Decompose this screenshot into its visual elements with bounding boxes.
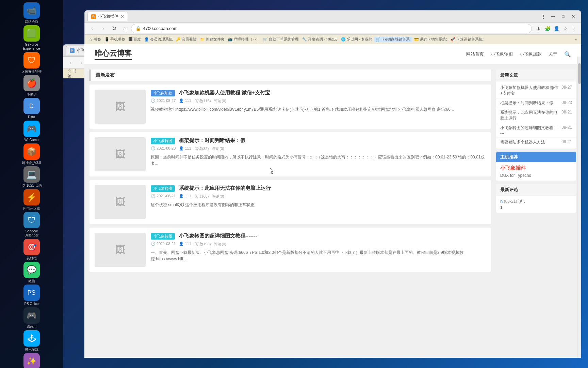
taskbar-icon-ditto[interactable]: D Ditto	[18, 98, 45, 119]
maximize-btn-1[interactable]: □	[558, 12, 568, 20]
section-title-latest: 最新发布	[89, 70, 491, 81]
post-tag-1: 小飞象转图 框架提示：时间判断结果：假	[151, 137, 486, 144]
comment-date-0: (08-21)	[504, 199, 517, 204]
post-card-3: 🖼 小飞象转图 小飞象转图的超详细图文教程------- 🕐 2021-08-2…	[89, 228, 491, 272]
bm-bilibili[interactable]: 📺 哔哩哔哩（·`·）	[227, 37, 261, 42]
refresh-btn-1[interactable]: ↻	[109, 24, 119, 33]
post-views-2: 阅读(66)	[195, 194, 209, 199]
article-item-2[interactable]: 系统提示：此应用无法在你的电脑上运行 08-21	[496, 108, 576, 123]
bm-more[interactable]: »	[573, 37, 578, 42]
taskbar-icon-superhebox[interactable]: 📦 超神盒_V3.8	[18, 143, 45, 165]
post-author-1: 👤 111	[179, 146, 191, 151]
post-card-0: 🖼 小飞象加款 小飞象加款机器人使用教程 微信+支付宝 🕐 2021-08-27…	[89, 85, 491, 129]
taskbar-icon-dianhuoji[interactable]: ⚡ 闪电开火线	[18, 189, 45, 211]
tab-favicon-manual: 🐘	[70, 48, 75, 53]
post-tag-2: 小飞象转图 系统提示：此应用无法在你的电脑上运行	[151, 185, 486, 192]
bm-bookmark[interactable]: ☆ 书签	[87, 37, 102, 42]
profile-icon[interactable]: 👤	[552, 25, 560, 33]
home-btn-1[interactable]: ⌂	[120, 24, 130, 33]
ext-icon[interactable]: ⋮	[539, 12, 548, 20]
article-item-4[interactable]: 需要登陆多个机器人方法 08-21	[496, 138, 576, 147]
article-item-0[interactable]: 小飞象加款机器人使用教程 微信+支付宝 08-27	[496, 83, 576, 98]
bm-mobile[interactable]: 📱 手机书签	[103, 37, 127, 42]
bm-vip-sys[interactable]: 👤 会员管理系统	[143, 37, 174, 42]
tab-plugin[interactable]: 🐘 小飞象插件 ✕	[87, 12, 128, 21]
bookmark-icon-2[interactable]: ☆ 书签	[66, 69, 82, 78]
window-controls-1: ⋮ — □ ✕	[539, 12, 578, 20]
widget-title-comments: 最新评论	[496, 184, 576, 196]
search-icon[interactable]: 🔍	[564, 51, 571, 58]
bm-kasuyun[interactable]: 🚀 卡速运销售系统:	[449, 37, 485, 42]
taskbar-icon-nvidia[interactable]: 🟩 GeForceExperience	[18, 25, 45, 51]
post-views-3: 阅读(198)	[195, 242, 211, 247]
nav-about[interactable]: 关于	[549, 51, 557, 57]
taskbar-icon-apple[interactable]: 🍎 小果子	[18, 75, 45, 96]
taskbar-icon-psoffice[interactable]: PS PS Office	[18, 285, 45, 306]
bm-leyi[interactable]: 🌐 乐以网 · 专业的	[340, 37, 374, 42]
site-logo: 唯心云博客	[95, 48, 132, 60]
scrollbar-thumb[interactable]	[578, 63, 581, 84]
post-card-2: 🖼 小飞象转图 系统提示：此应用无法在你的电脑上运行 🕐 2021-08-21 …	[89, 180, 491, 224]
article-item-3[interactable]: 小飞象转图的超详细图文教程------- 08-21	[496, 123, 576, 138]
post-excerpt-1: 原因：当前时间并不是任务设置的时间段内，所以不执行注意：时间的格式为小写冒号：:…	[151, 154, 486, 167]
bm-yigou[interactable]: 💳 易购卡销售系统:	[413, 37, 448, 42]
bm-ka-e[interactable]: 🛒 卡e销商城销售系:	[374, 37, 412, 42]
sidebar: 最新文章 小飞象加款机器人使用教程 微信+支付宝 08-27 框架提示：时间判断…	[496, 64, 581, 358]
forward-btn-1[interactable]: ›	[98, 24, 108, 33]
post-excerpt-2: 这个状态 smallQQ 这个应用程序是没有图标的非正常状态	[151, 202, 486, 208]
toolbar-icons-1: ⬇ 🧩 👤 ☆ ⋮	[535, 25, 578, 33]
comment-user-0[interactable]: n	[500, 199, 503, 204]
recommend-link[interactable]: 小飞象插件	[500, 165, 572, 171]
ext-icon-1[interactable]: 🧩	[543, 25, 552, 33]
taskbar-icon-wechat[interactable]: 💬 微信	[18, 262, 45, 283]
taskbar-icon-magic[interactable]: ✨ 咒网魔法	[18, 353, 45, 368]
posts-column: 最新发布 🖼 小飞象加款 小飞象加款机器人使用教程 微信+支付宝 🕐 2021-…	[84, 64, 496, 358]
menu-icon[interactable]: ⋮	[570, 25, 578, 33]
nav-zhuan[interactable]: 小飞象转图	[491, 51, 513, 57]
post-meta-0: 🕐 2021-08-27 👤 111 阅读(116) 评论(0)	[151, 98, 486, 104]
download-icon[interactable]: ⬇	[535, 25, 543, 33]
browser-toolbar-1: ‹ › ↻ ⌂ 🔒 4700.cccpan.com ⬇ 🧩 👤 ☆ ⋮	[84, 22, 581, 35]
taskbar-icon-wegame[interactable]: 🎮 WeGame	[18, 121, 45, 142]
site-nav: 网站首页 小飞象转图 小飞象加款 关于 🔍	[466, 51, 571, 58]
post-comments-2: 评论(0)	[212, 194, 224, 199]
scrollbar[interactable]	[577, 57, 581, 358]
post-comments-0: 评论(0)	[214, 98, 226, 104]
bm-vip-login[interactable]: 🔑 会员登陆	[175, 37, 198, 42]
website-content: 唯心云博客 网站首页 小飞象转图 小飞象加款 关于 🔍 最新发布	[84, 44, 581, 358]
taskbar-left: 📹 网络会议 🟩 GeForceExperience 🛡 火绒安全软件 🍎 小果…	[0, 0, 63, 368]
bm-developer[interactable]: 🔧 开发者调 · 泡椒云	[301, 37, 339, 42]
taskbar-icon-shadowdef[interactable]: 🛡 ShadowDefender	[18, 212, 45, 237]
star-icon[interactable]: ☆	[561, 25, 569, 33]
recommend-content: 小飞象插件 DUX for Typecho	[496, 162, 576, 181]
bm-new-folder[interactable]: 📁 新建文件夹	[199, 37, 226, 42]
back-btn-1[interactable]: ‹	[87, 24, 97, 33]
post-author-3: 👤 111	[179, 242, 191, 247]
bm-order[interactable]: 🛒 自助下单系统管理	[262, 37, 300, 42]
lock-icon-1: 🔒	[135, 26, 141, 31]
nav-home[interactable]: 网站首页	[466, 51, 484, 57]
tab-close-plugin[interactable]: ✕	[120, 14, 124, 19]
taskbar-icon-security[interactable]: 🛡 火绒安全软件	[18, 52, 45, 74]
address-bar-1[interactable]: 🔒 4700.cccpan.com	[131, 24, 532, 33]
taskbar-icon-yinghero[interactable]: 🎯 英雄框	[18, 239, 45, 260]
taskbar-icon-txgame[interactable]: 🕹 腾讯游戏	[18, 330, 45, 352]
post-author-0: 👤 111	[179, 98, 191, 104]
minimize-btn-1[interactable]: —	[548, 12, 558, 20]
taskbar-icon-tx[interactable]: 💻 TX-1021-买的	[18, 166, 45, 188]
post-tag-3: 小飞象转图 小飞象转图的超详细图文教程-------	[151, 233, 486, 240]
back-btn-2[interactable]: ‹	[66, 58, 76, 67]
post-date-3: 🕐 2021-08-21	[151, 242, 176, 247]
bm-baidu[interactable]: 🅱 百度	[127, 37, 142, 42]
post-meta-2: 🕐 2021-08-21 👤 111 阅读(66) 评论(0)	[151, 194, 486, 199]
post-date-1: 🕐 2021-08-23	[151, 146, 176, 151]
article-item-1[interactable]: 框架提示：时间判断结果：假 08-23	[496, 98, 576, 108]
post-body-3: 小飞象转图 小飞象转图的超详细图文教程------- 🕐 2021-08-21 …	[151, 233, 486, 267]
post-thumbnail-0: 🖼	[95, 90, 146, 124]
close-btn-1[interactable]: ✕	[569, 12, 578, 20]
nav-jiakuan[interactable]: 小飞象加款	[520, 51, 542, 57]
widget-title-recent: 最新文章	[496, 70, 576, 81]
post-thumbnail-1: 🖼	[95, 137, 146, 171]
taskbar-icon-meetings[interactable]: 📹 网络会议	[18, 2, 45, 24]
taskbar-icon-steam[interactable]: 🎮 Steam	[18, 307, 45, 329]
